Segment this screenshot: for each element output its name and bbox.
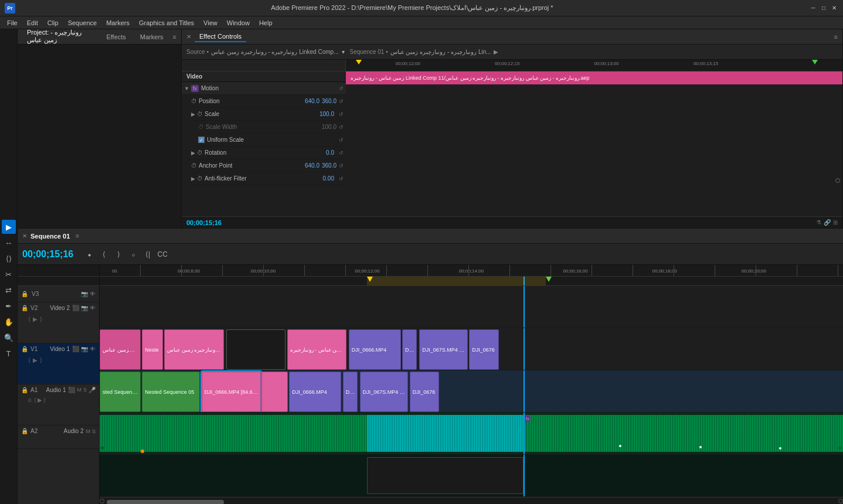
antiflicker-reset[interactable]: ↺ xyxy=(339,176,344,182)
menu-file[interactable]: File xyxy=(2,18,22,28)
antiflicker-stopwatch[interactable]: ⏱ xyxy=(197,175,203,182)
a2-S[interactable]: S xyxy=(92,428,96,434)
rotation-row[interactable]: ▶ ⏱ Rotation 0.0 ↺ xyxy=(189,147,346,159)
v1-clip-8[interactable]: DJI_0676 xyxy=(410,372,440,412)
antiflicker-expand[interactable]: ▶ xyxy=(191,176,195,182)
timeline-hscrollbar[interactable] xyxy=(100,497,843,504)
sequence-dropdown[interactable]: رونبارچیره - رونبارچیره زمین عباس Lin... xyxy=(390,49,491,55)
uniform-scale-row[interactable]: ✓ Uniform Scale ↺ xyxy=(196,134,346,147)
v1-play[interactable]: ▶ xyxy=(33,357,38,363)
sequence-menu[interactable]: ≡ xyxy=(76,233,79,239)
v2-rewind[interactable]: ⟨ xyxy=(28,316,30,322)
v2-track[interactable]: زمین عباس.aep Neste رونبارجیره - رونبارج… xyxy=(100,328,843,370)
v3-camera[interactable]: 📷 xyxy=(81,291,88,297)
a1-track[interactable]: R fx xyxy=(100,413,843,455)
menu-graphics[interactable]: Graphics and Titles xyxy=(134,18,199,28)
play-button[interactable]: ▶ xyxy=(494,49,498,55)
v3-track[interactable] xyxy=(100,286,843,328)
v2-clip-5[interactable]: زمین عباس - رونبارجیره Linked Comp 11/رو… xyxy=(287,329,346,370)
scale-width-reset[interactable]: ↺ xyxy=(339,124,344,130)
v1-record[interactable]: ⬛ xyxy=(72,346,79,352)
v2-clip-3[interactable]: رونبارجیره - رونبارجیره زمین عباس Linked… xyxy=(164,329,223,370)
tab-effects[interactable]: Effects xyxy=(101,32,130,42)
v2-eye[interactable]: 👁 xyxy=(90,305,96,311)
rotation-value[interactable]: 0.0 xyxy=(326,149,334,156)
position-y[interactable]: 360.0 xyxy=(322,98,336,104)
a1-record[interactable]: ⬛ xyxy=(68,387,75,393)
filter-icon[interactable]: ⚗ xyxy=(816,219,821,226)
scale-expand[interactable]: ▶ xyxy=(191,111,195,117)
seq-close[interactable]: ✕ xyxy=(22,233,27,239)
menu-markers[interactable]: Markers xyxy=(101,18,134,28)
a2-clip-1[interactable] xyxy=(367,457,523,494)
v1-eye[interactable]: 👁 xyxy=(90,346,96,352)
anchor-reset[interactable]: ↺ xyxy=(339,163,344,169)
menu-clip[interactable]: Clip xyxy=(43,18,63,28)
a1-vol-play[interactable]: ▶ xyxy=(38,397,42,403)
seq-ripple[interactable]: ⟨| xyxy=(141,248,154,261)
v1-clip-6[interactable]: DJI_ xyxy=(343,372,358,412)
tab-markers[interactable]: Markers xyxy=(135,32,168,42)
v1-clip-7[interactable]: DJI_067S.MP4 [88.19%] xyxy=(360,372,408,412)
motion-reset[interactable]: ↺ xyxy=(339,86,344,91)
razor-tool[interactable]: ✂ xyxy=(2,267,16,281)
v2-record[interactable]: ⬛ xyxy=(72,305,79,311)
motion-expand[interactable]: ▼ xyxy=(184,86,189,91)
v2-lock[interactable]: 🔒 xyxy=(21,305,28,311)
seq-out-mark[interactable]: ⟩ xyxy=(112,248,125,261)
grid-icon[interactable]: ⊞ xyxy=(833,219,838,226)
scale-stopwatch[interactable]: ⏱ xyxy=(197,111,203,117)
scale-reset[interactable]: ↺ xyxy=(339,111,344,117)
v1-clip-3[interactable]: DJI_0666.MP4 [84.62%] xyxy=(202,372,261,412)
selection-tool[interactable]: ▶ xyxy=(2,220,16,234)
menu-view[interactable]: View xyxy=(199,18,222,28)
close-button[interactable]: ✕ xyxy=(830,4,838,12)
menu-edit[interactable]: Edit xyxy=(22,18,43,28)
v1-clip-5[interactable]: DJI_0666.MP4 xyxy=(289,372,341,412)
v2-clip-4[interactable] xyxy=(226,329,285,370)
a1-clip-1[interactable]: R xyxy=(100,415,367,452)
v2-camera[interactable]: 📷 xyxy=(81,305,88,311)
anchor-y[interactable]: 360.0 xyxy=(322,162,336,169)
a1-keyframe-2[interactable] xyxy=(699,446,702,448)
a2-lock[interactable]: 🔒 xyxy=(21,428,28,434)
ec-close-button[interactable]: ✕ xyxy=(186,33,191,40)
antiflicker-row[interactable]: ▶ ⏱ Anti-flicker Filter 0.00 ↺ xyxy=(189,172,346,185)
v1-clip-1[interactable]: sted Sequence 04 xyxy=(100,372,141,412)
v1-camera[interactable]: 📷 xyxy=(81,346,88,352)
v3-eye[interactable]: 👁 xyxy=(90,291,96,297)
v1-forward[interactable]: ⟩ xyxy=(40,357,42,363)
rotation-stopwatch[interactable]: ⏱ xyxy=(197,149,203,156)
a1-M[interactable]: M xyxy=(77,387,81,393)
a1-vol-prev[interactable]: ⟨ xyxy=(34,397,36,403)
ripple-tool[interactable]: ⟨⟩ xyxy=(2,251,16,265)
text-tool[interactable]: T xyxy=(2,346,16,360)
source-dropdown-arrow[interactable]: ▾ xyxy=(342,49,345,55)
a1-vol-next[interactable]: ⟩ xyxy=(43,397,46,403)
tab-effect-controls[interactable]: Effect Controls xyxy=(195,32,246,42)
sequence-timecode[interactable]: 00;00;15;16 xyxy=(22,249,73,260)
a2-track[interactable] xyxy=(100,455,843,497)
timeline-ruler[interactable]: 00 00;00;8;00 00;00;10;00 00;00;12;00 00… xyxy=(100,265,843,277)
a1-keyframe-3[interactable] xyxy=(779,447,781,449)
anchor-stopwatch[interactable]: ⏱ xyxy=(191,162,197,169)
v2-clip-7[interactable]: DJI_ xyxy=(402,329,417,370)
motion-row[interactable]: ▼ fx Motion ↺ xyxy=(182,82,346,95)
seq-keyframe[interactable]: ⬦ xyxy=(127,248,140,261)
maximize-button[interactable]: □ xyxy=(820,4,828,12)
v2-play[interactable]: ▶ xyxy=(33,316,38,322)
a1-clip-selected[interactable] xyxy=(367,415,523,452)
v1-clip-2[interactable]: Nested Sequence 05 xyxy=(142,372,200,412)
uniform-scale-checkbox[interactable]: ✓ xyxy=(198,137,205,143)
scale-width-stopwatch[interactable]: ⏱ xyxy=(198,124,204,130)
seq-add-marker[interactable]: ⬥ xyxy=(83,248,96,261)
position-reset[interactable]: ↺ xyxy=(339,98,344,104)
scale-value[interactable]: 100.0 xyxy=(319,111,334,117)
minimize-button[interactable]: ─ xyxy=(809,4,817,12)
position-row[interactable]: ⏱ Position 640.0 360.0 ↺ xyxy=(189,95,346,108)
a1-lock[interactable]: 🔒 xyxy=(21,387,28,393)
hand-tool[interactable]: ✋ xyxy=(2,315,16,329)
v2-clip-2[interactable]: Neste xyxy=(142,329,163,370)
position-stopwatch[interactable]: ⏱ xyxy=(191,98,197,104)
anchor-x[interactable]: 640.0 xyxy=(305,162,319,169)
